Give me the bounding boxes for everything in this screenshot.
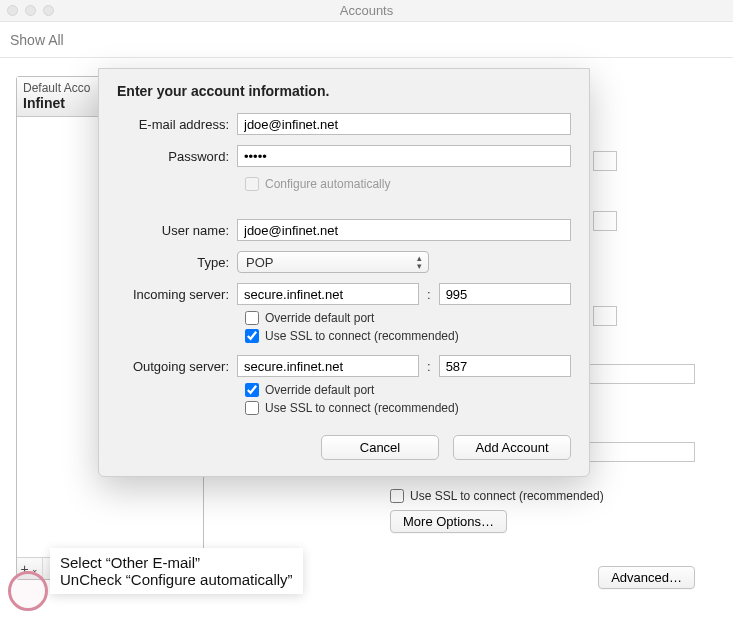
outgoing-server-field[interactable] xyxy=(237,355,419,377)
account-header-main: Infinet xyxy=(23,95,65,111)
outgoing-override-port-checkbox[interactable] xyxy=(245,383,259,397)
bg-stub-input-2[interactable] xyxy=(593,211,617,231)
type-label: Type: xyxy=(117,255,237,270)
plus-icon: + xyxy=(20,561,28,577)
bg-stub-input-3[interactable] xyxy=(593,306,617,326)
chevron-down-icon: ⌄ xyxy=(31,564,39,574)
updown-icon: ▴▾ xyxy=(417,254,422,270)
advanced-button[interactable]: Advanced… xyxy=(598,566,695,589)
email-label: E-mail address: xyxy=(117,117,237,132)
more-options-button[interactable]: More Options… xyxy=(390,510,507,533)
password-label: Password: xyxy=(117,149,237,164)
account-info-sheet: Enter your account information. E-mail a… xyxy=(98,68,590,477)
incoming-server-field[interactable] xyxy=(237,283,419,305)
port-separator: : xyxy=(427,287,431,302)
titlebar: Accounts xyxy=(0,0,733,22)
incoming-ssl-checkbox[interactable] xyxy=(245,329,259,343)
bg-use-ssl-checkbox[interactable] xyxy=(390,489,404,503)
type-value: POP xyxy=(246,255,273,270)
outgoing-ssl-label: Use SSL to connect (recommended) xyxy=(265,401,459,415)
annotation-line2: UnCheck “Configure automatically” xyxy=(60,571,293,588)
annotation-line1: Select “Other E-mail” xyxy=(60,554,200,571)
show-all-button[interactable]: Show All xyxy=(10,32,64,48)
configure-automatically-label: Configure automatically xyxy=(265,177,390,191)
incoming-label: Incoming server: xyxy=(117,287,237,302)
window-title: Accounts xyxy=(0,3,733,18)
toolbar: Show All xyxy=(0,22,733,58)
type-select[interactable]: POP ▴▾ xyxy=(237,251,429,273)
outgoing-label: Outgoing server: xyxy=(117,359,237,374)
add-account-button[interactable]: Add Account xyxy=(453,435,571,460)
configure-automatically-checkbox[interactable] xyxy=(245,177,259,191)
outgoing-port-field[interactable] xyxy=(439,355,571,377)
outgoing-ssl-checkbox[interactable] xyxy=(245,401,259,415)
incoming-port-field[interactable] xyxy=(439,283,571,305)
cancel-button[interactable]: Cancel xyxy=(321,435,439,460)
username-field[interactable] xyxy=(237,219,571,241)
sheet-title: Enter your account information. xyxy=(117,83,571,99)
port-separator: : xyxy=(427,359,431,374)
incoming-ssl-label: Use SSL to connect (recommended) xyxy=(265,329,459,343)
add-account-plus-button[interactable]: +⌄ xyxy=(17,558,43,579)
username-label: User name: xyxy=(117,223,237,238)
account-header-small: Default Acco xyxy=(23,81,90,95)
bg-stub-input-1[interactable] xyxy=(593,151,617,171)
outgoing-override-port-label: Override default port xyxy=(265,383,374,397)
password-field[interactable] xyxy=(237,145,571,167)
bg-use-ssl-label: Use SSL to connect (recommended) xyxy=(410,489,604,503)
incoming-override-port-checkbox[interactable] xyxy=(245,311,259,325)
incoming-override-port-label: Override default port xyxy=(265,311,374,325)
email-field[interactable] xyxy=(237,113,571,135)
annotation-tooltip: Select “Other E-mail” UnCheck “Configure… xyxy=(50,548,303,594)
